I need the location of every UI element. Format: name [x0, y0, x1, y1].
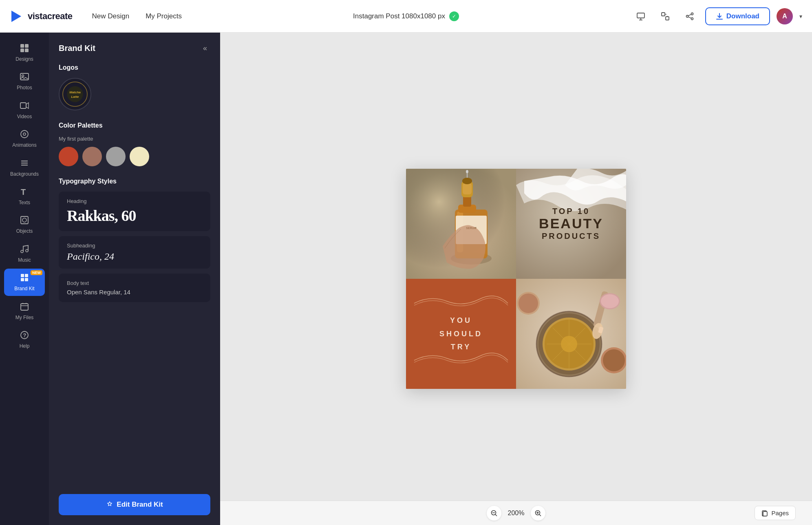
svg-text:Latte: Latte [71, 95, 79, 99]
logo-area[interactable]: vistacreate [10, 9, 72, 24]
product-bottle-illustration: SERUM [406, 169, 516, 279]
music-label: Music [18, 257, 31, 263]
panel-content: Logos Matcha Latte [49, 61, 220, 486]
document-title-area: Instagram Post 1080x1080 px ✓ [353, 11, 459, 21]
zoom-out-icon [491, 510, 497, 516]
svg-rect-5 [666, 17, 669, 20]
pages-button[interactable]: Pages [755, 506, 796, 520]
svg-rect-15 [25, 44, 29, 48]
sidebar-animations-wrapper: Animations [4, 125, 45, 152]
resize-icon [661, 12, 670, 21]
zoom-in-icon [535, 510, 541, 516]
collapse-panel-button[interactable]: « [200, 42, 210, 54]
swatch-cream[interactable] [130, 147, 149, 166]
svg-rect-4 [662, 13, 665, 16]
body-text-style-card[interactable]: Body text Open Sans Regular, 14 [59, 274, 210, 302]
sidebar-item-objects[interactable]: Objects [4, 211, 45, 238]
sidebar-item-animations[interactable]: Animations [4, 125, 45, 152]
svg-rect-18 [20, 73, 29, 80]
sidebar-item-videos[interactable]: Videos [4, 97, 45, 124]
subheading-label: Subheading [67, 243, 202, 249]
my-projects-link[interactable]: My Projects [139, 9, 188, 24]
photos-label: Photos [17, 85, 32, 90]
user-menu-chevron[interactable]: ▾ [799, 13, 802, 20]
svg-point-29 [21, 250, 23, 253]
logos-section: Logos Matcha Latte [59, 64, 210, 110]
svg-point-82 [603, 349, 625, 371]
icon-sidebar: Designs Photos [0, 33, 49, 525]
download-button[interactable]: Download [705, 7, 770, 25]
svg-rect-17 [25, 49, 29, 52]
try-line: TRY [439, 340, 483, 353]
brand-logo-container[interactable]: Matcha Latte [59, 78, 91, 110]
resize-button[interactable] [656, 7, 674, 25]
backgrounds-icon [20, 158, 29, 170]
present-button[interactable] [632, 7, 650, 25]
brand-kit-icon [20, 273, 29, 284]
svg-point-8 [691, 13, 693, 15]
brand-logo-image: Matcha Latte [60, 79, 90, 109]
share-button[interactable] [681, 7, 699, 25]
sidebar-videos-wrapper: Videos [4, 97, 45, 124]
svg-point-19 [22, 75, 24, 77]
photos-icon [20, 72, 29, 83]
help-label: Help [20, 343, 30, 349]
svg-rect-33 [21, 278, 24, 281]
download-icon [716, 13, 723, 20]
user-avatar[interactable]: A [777, 8, 793, 24]
svg-point-30 [26, 249, 28, 252]
heading-style-card[interactable]: Heading Rakkas, 60 [59, 192, 210, 231]
pages-label: Pages [771, 510, 789, 516]
sidebar-music-wrapper: Music [4, 240, 45, 267]
sidebar-item-help[interactable]: ? Help [4, 326, 45, 353]
zoom-in-button[interactable] [531, 506, 545, 521]
brand-kit-label: Brand Kit [14, 286, 34, 291]
swatch-dusty-rose[interactable] [82, 147, 102, 166]
sidebar-item-texts[interactable]: T Texts [4, 183, 45, 210]
svg-text:?: ? [23, 332, 26, 338]
animations-label: Animations [12, 142, 36, 148]
sidebar-item-my-files[interactable]: My Files [4, 298, 45, 324]
svg-line-11 [688, 14, 691, 16]
svg-point-41 [64, 83, 86, 105]
svg-point-84 [519, 293, 538, 313]
zoom-controls: 200% [487, 506, 546, 521]
sidebar-item-music[interactable]: Music [4, 240, 45, 267]
zoom-out-button[interactable] [487, 506, 501, 521]
svg-rect-32 [25, 274, 28, 277]
present-icon [636, 12, 645, 21]
svg-rect-31 [21, 274, 24, 277]
new-design-link[interactable]: New Design [85, 9, 136, 24]
logo-text: vistacreate [28, 11, 72, 22]
designs-label: Designs [15, 56, 33, 62]
my-files-icon [20, 302, 29, 313]
subheading-style-card[interactable]: Subheading Pacifico, 24 [59, 236, 210, 269]
edit-brand-kit-button[interactable]: Edit Brand Kit [59, 494, 210, 515]
panel-title: Brand Kit [59, 44, 95, 53]
swatch-terracotta[interactable] [59, 147, 78, 166]
canvas-cell-top-right: TOP 10 BEAUTY PRODUCTS [516, 169, 626, 279]
svg-point-21 [21, 130, 28, 138]
sidebar-photos-wrapper: Photos [4, 68, 45, 95]
svg-text:Matcha: Matcha [69, 90, 81, 94]
pages-icon [761, 510, 768, 516]
svg-rect-34 [25, 278, 28, 281]
palette-name: My first palette [59, 136, 210, 142]
svg-rect-27 [21, 216, 28, 224]
sidebar-item-designs[interactable]: Designs [4, 39, 45, 66]
sidebar-my-files-wrapper: My Files [4, 298, 45, 324]
sidebar-item-backgrounds[interactable]: Backgrounds [4, 154, 45, 181]
svg-rect-35 [21, 304, 28, 310]
swatch-gray[interactable] [106, 147, 126, 166]
design-canvas[interactable]: SERUM [406, 169, 626, 389]
designs-icon [20, 43, 29, 55]
canvas-cell-bottom-right [516, 279, 626, 389]
color-palettes-section: Color Palettes My first palette [59, 122, 210, 166]
svg-point-54 [462, 178, 472, 184]
svg-rect-16 [20, 49, 24, 52]
edit-brand-icon [106, 501, 113, 508]
subheading-value: Pacifico, 24 [67, 251, 202, 262]
canvas-cell-top-left: SERUM [406, 169, 516, 279]
products-line: PRODUCTS [539, 232, 603, 241]
sidebar-item-photos[interactable]: Photos [4, 68, 45, 95]
